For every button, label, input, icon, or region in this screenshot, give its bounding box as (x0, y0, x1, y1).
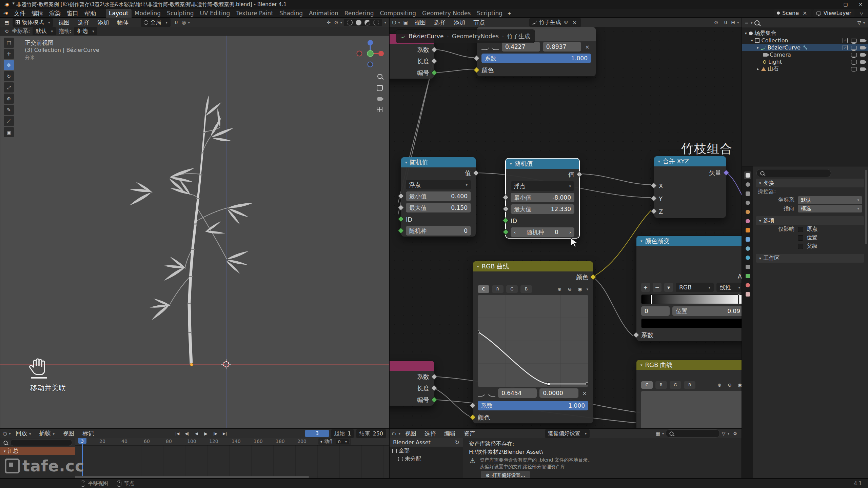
curve-editor[interactable] (641, 391, 742, 429)
node-color-ramp[interactable]: ▾颜色渐变 Al ▾ RGB 线性 0 位置0.09 系数 (636, 236, 742, 341)
asset-menu-view[interactable]: 视图 (402, 429, 419, 438)
curve-tool-icon[interactable] (481, 43, 489, 50)
panel-options[interactable]: ▾ 选项 (756, 216, 864, 225)
frame-end-field[interactable]: 结束 250 (356, 429, 386, 438)
refresh-icon[interactable]: ↻ (455, 439, 459, 446)
workspace-tab-shading[interactable]: Shading (276, 9, 306, 18)
affect-origin-checkbox[interactable] (798, 227, 803, 232)
color-mode-dropdown[interactable]: RGB (676, 283, 714, 292)
channel-b-button[interactable]: B (684, 381, 695, 389)
expand-icon[interactable]: ▾ (745, 31, 747, 36)
editor-type-icon[interactable]: ⬒ (3, 19, 11, 26)
cursor-3d[interactable] (221, 359, 231, 369)
disable-render-icon[interactable] (860, 53, 865, 57)
ramp-options-dropdown[interactable]: ▾ (664, 283, 673, 292)
menu-edit[interactable]: 编辑 (28, 9, 46, 18)
object-origin-dot[interactable] (190, 363, 193, 366)
tab-physics[interactable] (744, 254, 751, 261)
node-header[interactable]: ▾合并 XYZ (654, 156, 726, 166)
scene-selector[interactable]: Scene (774, 9, 811, 17)
curve-tool-icon[interactable] (488, 390, 495, 396)
fake-user-shield-icon[interactable]: ⛨ (563, 20, 569, 25)
scrollbar[interactable] (865, 170, 867, 244)
curve-editor[interactable] (478, 295, 588, 387)
blender-menu-icon[interactable] (3, 11, 9, 16)
curve-options-icon[interactable]: ◉ (576, 285, 584, 293)
play-reverse-button[interactable]: ◀ (193, 430, 200, 437)
channel-g-button[interactable]: G (670, 381, 681, 389)
workspace-tab-compositing[interactable]: Compositing (377, 9, 419, 18)
action-row[interactable]: ▾ 动作 0 (318, 438, 351, 445)
tab-tool[interactable] (744, 171, 751, 179)
measure-tool[interactable]: ⟋ (4, 116, 14, 126)
remove-stop-button[interactable] (653, 283, 662, 292)
tab-constraints[interactable] (744, 263, 751, 270)
channel-r-button[interactable]: R (655, 381, 667, 389)
catalog-unassigned[interactable]: 未分配 (390, 455, 463, 463)
expand-icon[interactable]: ▸ (757, 67, 759, 71)
interpolation-dropdown[interactable]: 线性 (716, 283, 742, 292)
jump-to-end-button[interactable]: ▶| (221, 430, 229, 437)
node-header[interactable]: ▾随机值 (506, 159, 579, 169)
data-type-dropdown[interactable]: 浮点 (511, 181, 574, 191)
rotate-tool[interactable]: ↻ (4, 71, 14, 81)
disable-render-icon[interactable] (860, 39, 865, 42)
zoom-out-icon[interactable]: ⊖ (726, 381, 733, 389)
breadcrumb-tree[interactable]: 竹子生成 (507, 33, 530, 40)
properties-editor[interactable]: ▾ 变换 操控器: 坐标系 默认 指向 框选 ▾ 选项 仅影响 原点 位置 (742, 166, 868, 479)
channel-search-icon[interactable] (4, 441, 8, 445)
node-header[interactable]: ▾参数 (389, 361, 434, 371)
tab-object[interactable] (744, 226, 751, 234)
node-object-icon[interactable]: ▣ (402, 19, 409, 26)
current-frame-field[interactable]: 3 (305, 430, 329, 437)
snap-magnet-icon[interactable]: ∪ (722, 19, 729, 26)
add-workspace-button[interactable]: + (506, 9, 513, 17)
breadcrumb-object[interactable]: BézierCurve (409, 33, 443, 40)
rendered-shading-icon[interactable] (373, 20, 379, 25)
factor-slider[interactable]: 系数1.000 (478, 401, 588, 410)
menu-render[interactable]: 渲染 (46, 9, 64, 18)
affect-locations-checkbox[interactable] (798, 235, 803, 241)
workspace-tab-layout[interactable]: Layout (106, 9, 132, 18)
modifier-wrench-icon[interactable]: 🔧 (803, 45, 808, 50)
workspace-tab-geometry-nodes[interactable]: Geometry Nodes (419, 9, 474, 18)
next-keyframe-button[interactable]: |▶ (212, 430, 219, 437)
shading-dropdown-icon[interactable]: ▾ (384, 20, 386, 25)
asset-menu-select[interactable]: 选择 (421, 429, 439, 438)
minimize-button[interactable]: — (823, 1, 838, 8)
menu-help[interactable]: 帮助 (81, 9, 99, 18)
scale-tool[interactable]: ⤢ (4, 82, 14, 93)
hide-viewport-icon[interactable] (851, 67, 857, 71)
node-menu-view[interactable]: 视图 (411, 18, 429, 27)
node-params[interactable]: ▾参数 系数 长度 编号 (389, 361, 434, 406)
curve-tool-icon[interactable] (492, 43, 499, 50)
solid-shading-icon[interactable] (356, 20, 361, 25)
asset-search-input[interactable] (666, 429, 720, 438)
affect-parents-checkbox[interactable] (798, 244, 803, 249)
add-cube-tool[interactable]: ▣ (4, 127, 14, 137)
close-button[interactable]: ✕ (853, 1, 868, 8)
catalog-all[interactable]: 全部 (390, 447, 463, 455)
playback-menu[interactable]: 回放 (13, 429, 34, 439)
marker-menu[interactable]: 标记 (79, 429, 97, 438)
overlays-icon[interactable]: ⊙ (334, 19, 342, 26)
view-menu[interactable]: 视图 (60, 429, 77, 438)
breadcrumb-modifier[interactable]: GeometryNodes (452, 33, 499, 40)
max-field[interactable]: 最大值12.330 (511, 204, 574, 214)
color-ramp-gradient[interactable] (641, 294, 742, 304)
node-rgb-curves-2[interactable]: ▾RGB 曲线 C R G B ⊕ ⊖ ◉ (636, 360, 742, 429)
node-header[interactable]: ▾随机值 (401, 157, 476, 167)
point-y-field[interactable]: 0.0000 (539, 388, 578, 398)
import-method-dropdown[interactable]: 遵循偏好设置 (545, 429, 590, 438)
camera-view-icon[interactable] (377, 97, 382, 101)
tab-material[interactable] (744, 281, 751, 289)
pan-hand-icon[interactable] (377, 85, 383, 91)
drag-setting-dropdown[interactable]: 框选 (74, 27, 97, 36)
annotate-tool[interactable]: ✎ (4, 105, 14, 115)
tab-render[interactable] (744, 181, 751, 188)
hide-viewport-icon[interactable] (851, 53, 857, 57)
node-random-value-1[interactable]: ▾随机值 值 浮点 最小值0.400 最大值0.150 ID 随机种0 (401, 157, 476, 237)
display-mode-icon[interactable]: ▦ (656, 430, 664, 437)
delete-point-icon[interactable] (584, 44, 591, 50)
editor-type-icon[interactable]: 🗀 (392, 430, 400, 437)
